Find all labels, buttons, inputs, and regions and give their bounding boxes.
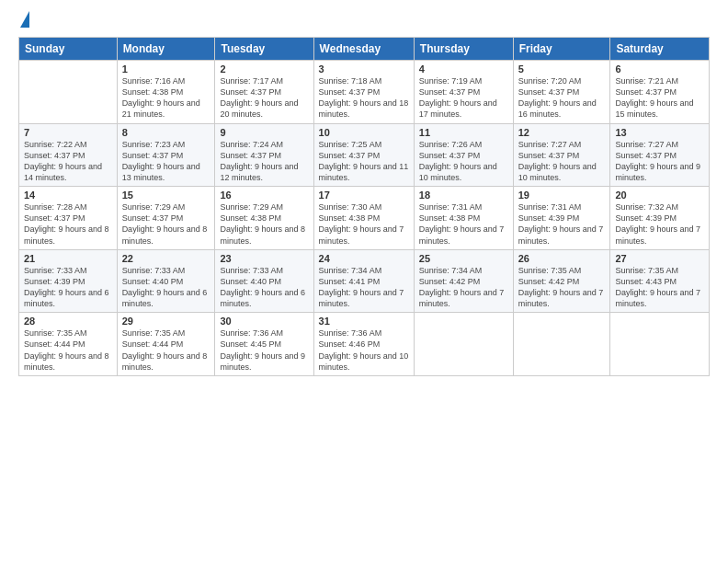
day-info: Sunrise: 7:35 AMSunset: 4:42 PMDaylight:… <box>518 265 606 310</box>
calendar-cell: 5Sunrise: 7:20 AMSunset: 4:37 PMDaylight… <box>513 61 610 124</box>
day-info: Sunrise: 7:36 AMSunset: 4:45 PMDaylight:… <box>220 327 308 373</box>
calendar-cell: 21Sunrise: 7:33 AMSunset: 4:39 PMDayligh… <box>19 249 118 313</box>
day-number: 8 <box>122 127 210 138</box>
day-info: Sunrise: 7:27 AMSunset: 4:37 PMDaylight:… <box>615 139 704 184</box>
calendar-cell: 27Sunrise: 7:35 AMSunset: 4:43 PMDayligh… <box>610 249 710 313</box>
calendar: SundayMondayTuesdayWednesdayThursdayFrid… <box>18 37 710 376</box>
calendar-cell: 10Sunrise: 7:25 AMSunset: 4:37 PMDayligh… <box>313 123 414 187</box>
day-info: Sunrise: 7:19 AMSunset: 4:37 PMDaylight:… <box>419 75 508 121</box>
week-row-3: 14Sunrise: 7:28 AMSunset: 4:37 PMDayligh… <box>19 187 710 250</box>
day-info: Sunrise: 7:36 AMSunset: 4:46 PMDaylight:… <box>319 327 409 373</box>
day-number: 3 <box>319 63 409 75</box>
calendar-cell: 2Sunrise: 7:17 AMSunset: 4:37 PMDaylight… <box>215 61 313 124</box>
day-number: 21 <box>24 253 112 264</box>
day-number: 13 <box>615 127 704 138</box>
column-header-monday: Monday <box>117 38 215 61</box>
calendar-cell: 22Sunrise: 7:33 AMSunset: 4:40 PMDayligh… <box>117 249 215 313</box>
day-number: 29 <box>122 316 210 327</box>
calendar-cell: 15Sunrise: 7:29 AMSunset: 4:37 PMDayligh… <box>117 187 215 250</box>
calendar-cell: 29Sunrise: 7:35 AMSunset: 4:44 PMDayligh… <box>117 313 215 376</box>
calendar-cell <box>610 313 710 376</box>
calendar-cell <box>414 313 513 376</box>
day-number: 22 <box>122 253 210 264</box>
column-header-saturday: Saturday <box>610 38 710 61</box>
calendar-cell: 31Sunrise: 7:36 AMSunset: 4:46 PMDayligh… <box>313 313 414 376</box>
calendar-cell: 24Sunrise: 7:34 AMSunset: 4:41 PMDayligh… <box>313 249 414 313</box>
day-info: Sunrise: 7:27 AMSunset: 4:37 PMDaylight:… <box>518 139 606 184</box>
day-number: 17 <box>319 190 409 201</box>
day-info: Sunrise: 7:18 AMSunset: 4:37 PMDaylight:… <box>319 75 409 121</box>
day-number: 19 <box>518 190 606 201</box>
day-info: Sunrise: 7:33 AMSunset: 4:39 PMDaylight:… <box>24 265 112 310</box>
week-row-5: 28Sunrise: 7:35 AMSunset: 4:44 PMDayligh… <box>19 313 710 376</box>
day-number: 23 <box>220 253 308 264</box>
calendar-cell: 6Sunrise: 7:21 AMSunset: 4:37 PMDaylight… <box>610 61 710 124</box>
logo-triangle-icon <box>20 11 29 28</box>
calendar-cell: 14Sunrise: 7:28 AMSunset: 4:37 PMDayligh… <box>19 187 118 250</box>
day-number: 12 <box>518 127 606 138</box>
column-header-tuesday: Tuesday <box>215 38 313 61</box>
day-number: 20 <box>615 190 704 201</box>
day-number: 31 <box>319 316 409 327</box>
calendar-cell: 8Sunrise: 7:23 AMSunset: 4:37 PMDaylight… <box>117 123 215 187</box>
day-number: 9 <box>220 127 308 138</box>
calendar-cell: 17Sunrise: 7:30 AMSunset: 4:38 PMDayligh… <box>313 187 414 250</box>
day-info: Sunrise: 7:35 AMSunset: 4:44 PMDaylight:… <box>24 327 112 373</box>
day-number: 18 <box>419 190 508 201</box>
day-number: 28 <box>24 316 112 327</box>
calendar-cell: 12Sunrise: 7:27 AMSunset: 4:37 PMDayligh… <box>513 123 610 187</box>
day-number: 27 <box>615 253 704 264</box>
calendar-cell: 16Sunrise: 7:29 AMSunset: 4:38 PMDayligh… <box>215 187 313 250</box>
day-info: Sunrise: 7:31 AMSunset: 4:38 PMDaylight:… <box>419 201 508 247</box>
day-info: Sunrise: 7:33 AMSunset: 4:40 PMDaylight:… <box>122 265 210 310</box>
calendar-cell: 28Sunrise: 7:35 AMSunset: 4:44 PMDayligh… <box>19 313 118 376</box>
day-number: 7 <box>24 127 112 138</box>
day-number: 10 <box>319 127 409 138</box>
calendar-cell: 25Sunrise: 7:34 AMSunset: 4:42 PMDayligh… <box>414 249 513 313</box>
day-number: 30 <box>220 316 308 327</box>
day-number: 5 <box>518 63 606 75</box>
day-info: Sunrise: 7:21 AMSunset: 4:37 PMDaylight:… <box>615 75 704 121</box>
day-info: Sunrise: 7:16 AMSunset: 4:38 PMDaylight:… <box>122 75 210 121</box>
day-info: Sunrise: 7:29 AMSunset: 4:37 PMDaylight:… <box>122 201 210 247</box>
calendar-cell: 4Sunrise: 7:19 AMSunset: 4:37 PMDaylight… <box>414 61 513 124</box>
day-info: Sunrise: 7:31 AMSunset: 4:39 PMDaylight:… <box>518 201 606 247</box>
calendar-cell <box>513 313 610 376</box>
day-number: 6 <box>615 63 704 75</box>
day-number: 25 <box>419 253 508 264</box>
week-row-4: 21Sunrise: 7:33 AMSunset: 4:39 PMDayligh… <box>19 249 710 313</box>
day-number: 16 <box>220 190 308 201</box>
page: SundayMondayTuesdayWednesdayThursdayFrid… <box>0 0 728 563</box>
calendar-cell <box>19 61 118 124</box>
day-info: Sunrise: 7:35 AMSunset: 4:44 PMDaylight:… <box>122 327 210 373</box>
day-number: 24 <box>319 253 409 264</box>
day-number: 14 <box>24 190 112 201</box>
day-info: Sunrise: 7:33 AMSunset: 4:40 PMDaylight:… <box>220 265 308 310</box>
day-info: Sunrise: 7:22 AMSunset: 4:37 PMDaylight:… <box>24 139 112 184</box>
week-row-1: 1Sunrise: 7:16 AMSunset: 4:38 PMDaylight… <box>19 61 710 124</box>
day-info: Sunrise: 7:30 AMSunset: 4:38 PMDaylight:… <box>319 201 409 247</box>
logo <box>18 15 29 28</box>
week-row-2: 7Sunrise: 7:22 AMSunset: 4:37 PMDaylight… <box>19 123 710 187</box>
day-info: Sunrise: 7:26 AMSunset: 4:37 PMDaylight:… <box>419 139 508 184</box>
calendar-cell: 18Sunrise: 7:31 AMSunset: 4:38 PMDayligh… <box>414 187 513 250</box>
calendar-cell: 13Sunrise: 7:27 AMSunset: 4:37 PMDayligh… <box>610 123 710 187</box>
calendar-cell: 9Sunrise: 7:24 AMSunset: 4:37 PMDaylight… <box>215 123 313 187</box>
day-number: 11 <box>419 127 508 138</box>
day-info: Sunrise: 7:25 AMSunset: 4:37 PMDaylight:… <box>319 139 409 184</box>
day-number: 15 <box>122 190 210 201</box>
calendar-cell: 1Sunrise: 7:16 AMSunset: 4:38 PMDaylight… <box>117 61 215 124</box>
column-header-thursday: Thursday <box>414 38 513 61</box>
calendar-cell: 30Sunrise: 7:36 AMSunset: 4:45 PMDayligh… <box>215 313 313 376</box>
column-header-friday: Friday <box>513 38 610 61</box>
day-number: 2 <box>220 63 308 75</box>
calendar-cell: 11Sunrise: 7:26 AMSunset: 4:37 PMDayligh… <box>414 123 513 187</box>
day-info: Sunrise: 7:34 AMSunset: 4:41 PMDaylight:… <box>319 265 409 310</box>
calendar-cell: 7Sunrise: 7:22 AMSunset: 4:37 PMDaylight… <box>19 123 118 187</box>
day-number: 4 <box>419 63 508 75</box>
day-info: Sunrise: 7:20 AMSunset: 4:37 PMDaylight:… <box>518 75 606 121</box>
calendar-cell: 26Sunrise: 7:35 AMSunset: 4:42 PMDayligh… <box>513 249 610 313</box>
day-info: Sunrise: 7:24 AMSunset: 4:37 PMDaylight:… <box>220 139 308 184</box>
day-info: Sunrise: 7:35 AMSunset: 4:43 PMDaylight:… <box>615 265 704 310</box>
day-info: Sunrise: 7:28 AMSunset: 4:37 PMDaylight:… <box>24 201 112 247</box>
